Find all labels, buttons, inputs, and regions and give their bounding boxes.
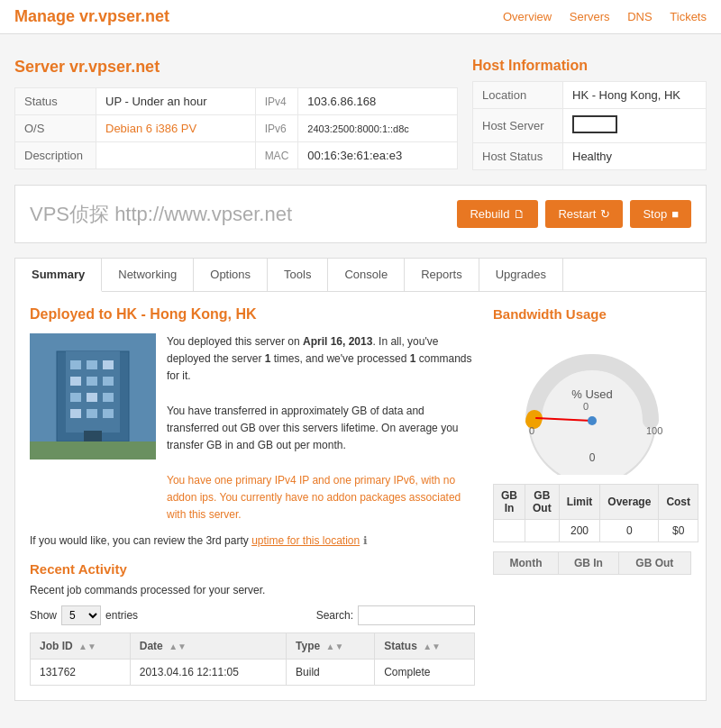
server-name: vr.vpser.net (69, 58, 160, 76)
cell-job-id: 131762 (31, 660, 131, 686)
restart-button[interactable]: Restart ↻ (545, 200, 623, 228)
deploy-image (30, 333, 156, 460)
search-input[interactable] (358, 605, 475, 625)
host-server-label: Host Server (473, 109, 563, 143)
gauge-svg: 0 100 0 % Used 0 (511, 331, 673, 475)
col-type: Type ▲▼ (287, 633, 375, 660)
tabs-header: Summary Networking Options Tools Console… (15, 259, 706, 292)
desc-value (96, 142, 256, 169)
cell-type: Build (287, 660, 375, 686)
bw-col-overage: Overage (600, 485, 659, 520)
location-value: HK - Hong Kong, HK (563, 82, 707, 109)
bandwidth-data-table: GB In GB Out Limit Overage Cost (493, 484, 698, 542)
svg-rect-11 (103, 393, 114, 402)
uptime-area: If you would like, you can review the 3r… (30, 534, 475, 547)
host-status-label: Host Status (473, 143, 563, 170)
rebuild-label: Rebuild (470, 207, 509, 221)
bw-limit: 200 (559, 520, 600, 542)
bw-col-cost: Cost (659, 485, 698, 520)
tab-console[interactable]: Console (328, 259, 405, 291)
table-row: 131762 2013.04.16 12:11:05 Build Complet… (31, 660, 475, 686)
restart-icon: ↻ (600, 207, 610, 221)
table-row: 200 0 $0 (494, 520, 698, 542)
ip-text-link[interactable]: You have one primary IPv4 IP and one pri… (167, 474, 461, 521)
sort-icon: ▲▼ (423, 642, 441, 651)
svg-point-23 (588, 416, 597, 425)
sort-icon: ▲▼ (78, 642, 96, 651)
tab-networking[interactable]: Networking (102, 259, 194, 291)
svg-text:% Used: % Used (571, 387, 613, 401)
os-label: O/S (15, 115, 96, 142)
entries-select[interactable]: 5 10 25 (61, 605, 101, 625)
hist-col-gbin: GB In (559, 552, 619, 575)
host-info-title: Host Information (472, 58, 707, 74)
bw-cost: $0 (659, 520, 698, 542)
bandwidth-history-table: Month GB In GB Out (493, 551, 691, 575)
uptime-link[interactable]: uptime for this location (251, 534, 360, 547)
os-link[interactable]: Debian 6 i386 PV (105, 122, 196, 135)
svg-rect-10 (87, 393, 97, 402)
hist-col-month: Month (494, 552, 559, 575)
bw-col-gbin: GB In (494, 485, 525, 520)
restart-label: Restart (558, 207, 596, 221)
svg-rect-4 (87, 360, 97, 369)
nav-dns[interactable]: DNS (627, 10, 652, 23)
tab-reports[interactable]: Reports (405, 259, 479, 291)
table-header-row: GB In GB Out Limit Overage Cost (494, 485, 698, 520)
svg-rect-7 (87, 377, 97, 386)
mac-value: 00:16:3e:61:ea:e3 (298, 142, 458, 169)
bw-history-head: Month GB In GB Out (494, 552, 691, 575)
show-label: Show (30, 609, 57, 622)
tab-summary[interactable]: Summary (15, 259, 102, 292)
building-svg (30, 333, 156, 460)
col-date: Date ▲▼ (130, 633, 286, 660)
server-info-section: Server vr.vpser.net Status UP - Under an… (14, 58, 458, 170)
tab-upgrades[interactable]: Upgrades (479, 259, 563, 291)
top-nav: Manage vr.vpser.net Overview Servers DNS… (0, 0, 721, 34)
tabs-container: Summary Networking Options Tools Console… (14, 258, 707, 701)
desc-label: Description (15, 142, 96, 169)
bandwidth-title: Bandwidth Usage (493, 306, 691, 322)
deployed-title: Deployed to HK - Hong Kong, HK (30, 306, 475, 323)
nav-overview[interactable]: Overview (503, 10, 552, 23)
bw-col-limit: Limit (559, 485, 600, 520)
table-header-row: Job ID ▲▼ Date ▲▼ Type ▲▼ (31, 633, 475, 660)
status-label: Status (15, 88, 96, 115)
search-label: Search: (316, 609, 353, 622)
svg-rect-15 (84, 431, 102, 441)
show-entries: Show 5 10 25 entries Search: (30, 605, 475, 625)
nav-servers[interactable]: Servers (570, 10, 610, 23)
host-status-value: Healthy (563, 143, 707, 170)
show-entries-left: Show 5 10 25 entries (30, 605, 138, 625)
tab-content: Deployed to HK - Hong Kong, HK (15, 292, 706, 700)
svg-rect-14 (103, 409, 114, 418)
search-box: Search: (316, 605, 475, 625)
svg-rect-16 (30, 441, 156, 460)
svg-text:0: 0 (589, 451, 596, 464)
os-value: Debian 6 i386 PV (96, 115, 256, 142)
nav-tickets[interactable]: Tickets (670, 10, 707, 23)
col-status: Status ▲▼ (375, 633, 475, 660)
tab-tools[interactable]: Tools (268, 259, 328, 291)
bw-overage: 0 (600, 520, 659, 542)
entries-label: entries (105, 609, 138, 622)
svg-rect-6 (70, 377, 81, 386)
host-server-value (563, 109, 707, 143)
svg-rect-3 (70, 360, 81, 369)
tab-right: Bandwidth Usage 0 100 (493, 306, 691, 686)
rebuild-icon: 🗋 (514, 207, 525, 221)
svg-rect-12 (70, 409, 81, 418)
banner-text: VPS侦探 http://www.vpser.net (30, 201, 292, 228)
table-row: Host Status Healthy (473, 143, 707, 170)
cell-status: Complete (375, 660, 475, 686)
stop-button[interactable]: Stop ■ (630, 200, 691, 228)
tab-inner: Deployed to HK - Hong Kong, HK (30, 306, 691, 686)
rebuild-button[interactable]: Rebuild 🗋 (457, 200, 538, 228)
sort-icon: ▲▼ (169, 642, 187, 651)
hist-col-gbout: GB Out (618, 552, 690, 575)
tab-options[interactable]: Options (194, 259, 268, 291)
activity-table-head: Job ID ▲▼ Date ▲▼ Type ▲▼ (31, 633, 475, 660)
mac-label: MAC (255, 142, 298, 169)
col-job-id: Job ID ▲▼ (31, 633, 131, 660)
tab-main: Deployed to HK - Hong Kong, HK (30, 306, 475, 686)
